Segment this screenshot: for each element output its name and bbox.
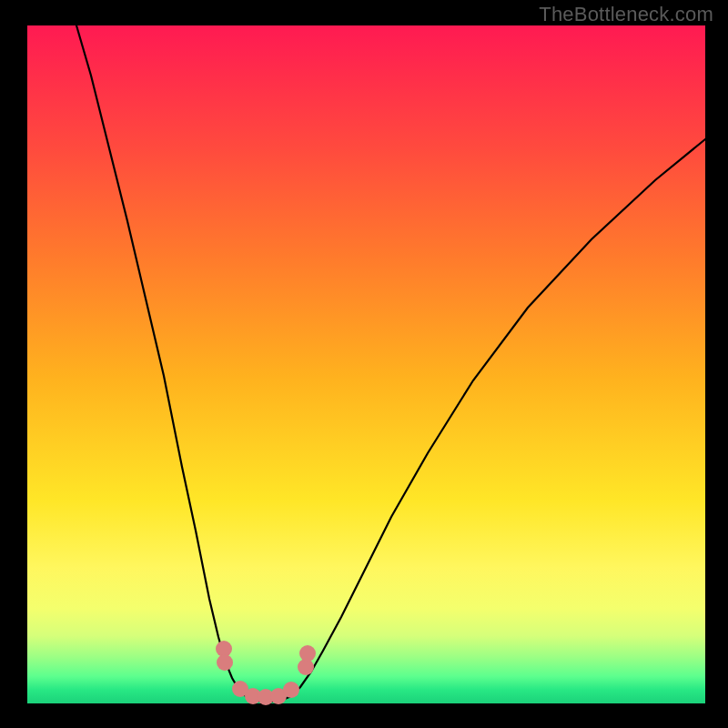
valley-dot bbox=[283, 682, 299, 698]
chart-frame: TheBottleneck.com bbox=[0, 0, 728, 728]
bottleneck-curve bbox=[76, 25, 705, 702]
curve-layer bbox=[27, 25, 705, 703]
watermark-text: TheBottleneck.com bbox=[539, 3, 713, 26]
valley-dot bbox=[217, 654, 233, 671]
valley-dot bbox=[299, 645, 316, 662]
plot-area bbox=[27, 25, 705, 703]
